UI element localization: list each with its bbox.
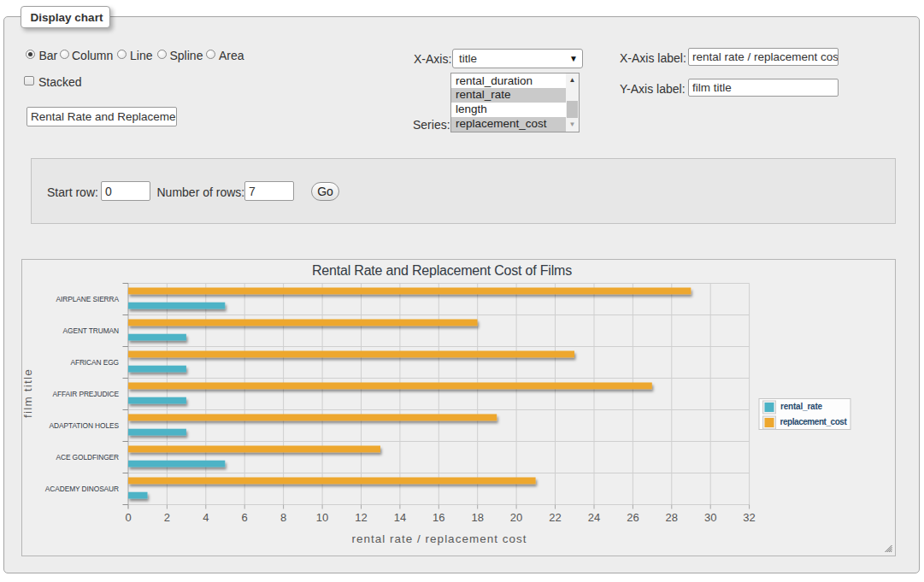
svg-text:24: 24 xyxy=(588,511,600,524)
svg-text:0: 0 xyxy=(125,511,131,524)
svg-text:rental rate / replacement cost: rental rate / replacement cost xyxy=(352,532,527,545)
svg-text:32: 32 xyxy=(743,511,755,524)
svg-text:18: 18 xyxy=(471,511,483,524)
svg-text:2: 2 xyxy=(164,511,170,524)
svg-text:16: 16 xyxy=(433,511,444,524)
svg-text:replacement_cost: replacement_cost xyxy=(780,417,848,426)
svg-text:22: 22 xyxy=(549,511,561,524)
svg-text:28: 28 xyxy=(666,511,678,524)
svg-text:6: 6 xyxy=(242,511,248,524)
svg-text:Rental Rate and Replacement Co: Rental Rate and Replacement Cost of Film… xyxy=(312,263,572,278)
svg-text:ACADEMY DINOSAUR: ACADEMY DINOSAUR xyxy=(45,485,119,493)
svg-text:AFRICAN EGG: AFRICAN EGG xyxy=(70,358,119,367)
svg-text:4: 4 xyxy=(203,511,209,524)
svg-text:8: 8 xyxy=(280,511,286,524)
svg-text:film title: film title xyxy=(22,368,34,418)
svg-text:30: 30 xyxy=(704,511,716,524)
svg-text:26: 26 xyxy=(627,511,639,524)
svg-text:rental_rate: rental_rate xyxy=(780,402,823,411)
svg-text:AFFAIR PREJUDICE: AFFAIR PREJUDICE xyxy=(52,390,119,398)
svg-text:12: 12 xyxy=(355,511,367,524)
svg-text:AIRPLANE SIERRA: AIRPLANE SIERRA xyxy=(56,295,120,303)
svg-text:10: 10 xyxy=(316,511,328,524)
svg-text:14: 14 xyxy=(394,511,406,524)
svg-text:AGENT TRUMAN: AGENT TRUMAN xyxy=(63,326,120,335)
svg-text:20: 20 xyxy=(510,511,522,524)
svg-text:ACE GOLDFINGER: ACE GOLDFINGER xyxy=(56,453,119,461)
svg-text:ADAPTATION HOLES: ADAPTATION HOLES xyxy=(50,421,120,430)
